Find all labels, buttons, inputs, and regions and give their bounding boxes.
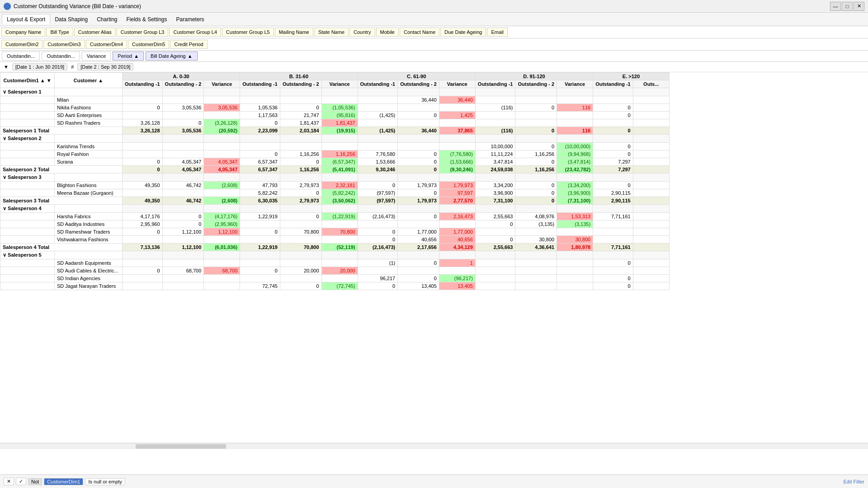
data-cell (162, 150, 204, 158)
data-cell (321, 259, 358, 267)
total-cell: 2,90,115 (593, 197, 633, 205)
salesperson-total-row: Salesperson 1 Total3,26,1283,05,536(20,5… (0, 127, 670, 135)
date2-chip[interactable]: [Date 2 : Sep 30 2019] (77, 63, 133, 70)
menu-parameters[interactable]: Parameters (172, 14, 209, 24)
close-button[interactable]: ✕ (854, 2, 864, 11)
field-btn-company-name[interactable]: Company Name (1, 28, 45, 37)
field-btn-email[interactable]: Email (487, 28, 508, 37)
data-cell: (6,57,347) (321, 158, 358, 166)
field-btn-customerdim3[interactable]: CustomerDim3 (43, 40, 85, 49)
data-cell: 4,05,347 (162, 158, 204, 166)
field-btn-customerdim5[interactable]: CustomerDim5 (128, 40, 169, 49)
data-cell: 0 (280, 104, 321, 112)
empty-cell (358, 205, 398, 213)
field-btn-customer-group-l3[interactable]: Customer Group L3 (117, 28, 169, 37)
data-cell: 0 (475, 236, 515, 244)
empty-cell (240, 174, 280, 182)
total-cell: (97,597) (358, 197, 398, 205)
col-b-out1: Outstanding -1 (240, 80, 280, 88)
field-btn-customer-group-l4[interactable]: Customer Group L4 (169, 28, 221, 37)
field-btn-mailing-name[interactable]: Mailing Name (275, 28, 313, 37)
total-cell: 2,17,656 (398, 244, 439, 251)
data-cell (475, 112, 515, 119)
data-cell: 0 (398, 189, 439, 197)
empty-cell (515, 205, 557, 213)
sort-btn-period[interactable]: Period ▲ (113, 52, 144, 61)
data-cell: 36,440 (439, 96, 475, 104)
field-btn-customer-alias[interactable]: Customer Alias (74, 28, 116, 37)
salesperson-total-row: Salesperson 2 Total04,05,3474,05,3476,57… (0, 166, 670, 174)
maximize-button[interactable]: □ (842, 2, 853, 11)
total-cell: (52,119) (321, 244, 358, 251)
col-header-customerdim1[interactable]: CustomerDim1 ▲ ▼ (0, 73, 55, 88)
minimize-button[interactable]: — (830, 2, 841, 11)
empty-cell (593, 88, 633, 96)
field-btn-due-date-ageing[interactable]: Due Date Ageing (440, 28, 486, 37)
sort-btn-bill-date-ageing[interactable]: Bill Date Ageing ▲ (146, 52, 198, 61)
dim-cell (0, 119, 55, 127)
data-cell: 1 (439, 259, 475, 267)
data-cell (358, 221, 398, 228)
data-cell (593, 236, 633, 244)
total-cell: 1,22,919 (240, 244, 280, 251)
title-bar-controls[interactable]: — □ ✕ (830, 2, 864, 11)
data-cell: 0 (593, 143, 633, 150)
col-b-out2: Outstanding - 2 (280, 80, 321, 88)
data-cell: 0 (398, 112, 439, 119)
empty-cell (280, 135, 321, 143)
main-table-container[interactable]: CustomerDim1 ▲ ▼ Customer ▲ A. 0-30 B. 3… (0, 72, 868, 443)
field-btn-credit-period[interactable]: Credit Period (170, 40, 207, 49)
data-cell: 1,81,437 (321, 119, 358, 127)
menu-layout-export[interactable]: Layout & Export (2, 14, 50, 24)
data-cell (162, 259, 204, 267)
title-bar: Customer Outstanding Variance (Bill Date… (0, 0, 868, 13)
total-cell: 1,80,978 (557, 244, 593, 251)
horizontal-scrollbar[interactable] (0, 443, 868, 449)
field-btn-mobile[interactable]: Mobile (376, 28, 399, 37)
field-btn-contact-name[interactable]: Contact Name (400, 28, 439, 37)
data-cell: 4,05,347 (204, 158, 240, 166)
field-btn-customerdim4[interactable]: CustomerDim4 (86, 40, 127, 49)
data-cell (593, 221, 633, 228)
customer-cell: SD Audi Cables & Electric... (55, 267, 123, 275)
empty-cell (439, 205, 475, 213)
data-cell (593, 96, 633, 104)
field-btn-customer-group-l5[interactable]: Customer Group L5 (222, 28, 274, 37)
col-c-var: Variance (439, 80, 475, 88)
data-cell (475, 119, 515, 127)
total-cell: 70,800 (280, 244, 321, 251)
data-cell (358, 104, 398, 112)
data-cell (439, 119, 475, 127)
col-header-customer[interactable]: Customer ▲ (55, 73, 123, 88)
date1-chip[interactable]: [Date 1 : Jun 30 2019] (12, 63, 67, 70)
menu-charting[interactable]: Charting (92, 14, 122, 24)
total-cell: 6,30,035 (240, 197, 280, 205)
data-cell (557, 119, 593, 127)
total-cell: 3,26,128 (123, 127, 163, 135)
scroll-thumb[interactable] (136, 444, 226, 449)
total-cell: (23,42,782) (557, 166, 593, 174)
total-cell: 2,55,663 (475, 244, 515, 251)
empty-cell (204, 205, 240, 213)
total-cell (633, 127, 669, 135)
field-btn-customerdim2[interactable]: CustomerDim2 (1, 40, 42, 49)
field-btn-state-name[interactable]: State Name (314, 28, 349, 37)
data-cell: 1,79,973 (398, 182, 439, 189)
menu-data-shaping[interactable]: Data Shaping (50, 14, 92, 24)
data-cell: 1,77,000 (398, 228, 439, 236)
data-cell: 3,05,536 (162, 104, 204, 112)
data-cell: (1) (358, 259, 398, 267)
data-cell: 0 (358, 282, 398, 290)
total-cell: 4,34,129 (439, 244, 475, 251)
sort-btn-outstanding2[interactable]: Outstandin... (42, 52, 80, 61)
sort-btn-outstanding1[interactable]: Outstandin... (2, 52, 40, 61)
empty-cell (439, 135, 475, 143)
sort-btn-variance[interactable]: Variance (82, 52, 111, 61)
field-btn-bill-type[interactable]: Bill Type (46, 28, 73, 37)
dim-cell (0, 259, 55, 267)
data-cell (321, 236, 358, 244)
data-cell (633, 104, 669, 112)
customer-cell: Vishwakarma Fashions (55, 236, 123, 244)
field-btn-country[interactable]: Country (349, 28, 375, 37)
menu-fields-settings[interactable]: Fields & Settings (122, 14, 171, 24)
